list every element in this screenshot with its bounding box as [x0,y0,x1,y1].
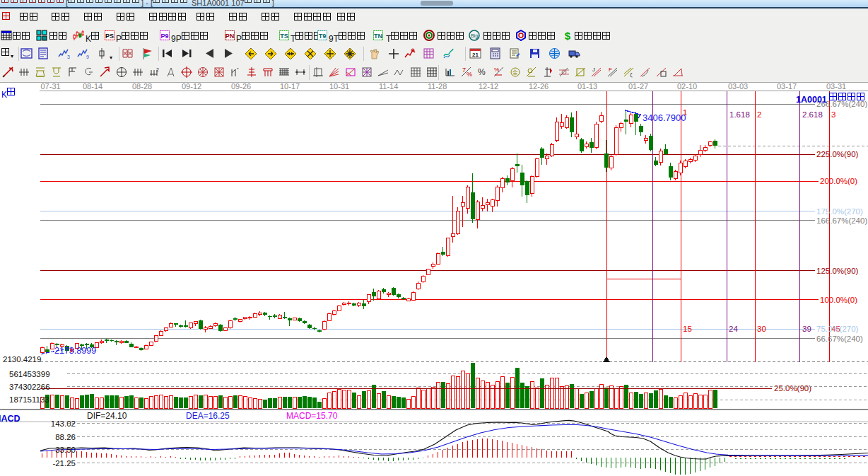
svg-text:01-27: 01-27 [628,82,648,91]
svg-text:07-31: 07-31 [41,82,61,91]
svg-text:166.67%(240): 166.67%(240) [816,216,867,225]
svg-text:3: 3 [831,110,835,119]
svg-text:225.0%(90): 225.0%(90) [816,150,859,158]
svg-text:12-26: 12-26 [529,82,549,91]
svg-text:66.67%(240): 66.67%(240) [816,335,863,343]
svg-text:MACD=15.70: MACD=15.70 [286,411,338,421]
svg-text:DIF=24.10: DIF=24.10 [87,411,127,421]
svg-text:02-10: 02-10 [677,82,697,91]
svg-text:30: 30 [757,325,766,333]
svg-text:33.50: 33.50 [55,446,76,454]
svg-text:03-31: 03-31 [826,82,846,91]
svg-text:24: 24 [729,325,738,333]
svg-text:125.0%(90): 125.0%(90) [816,267,859,275]
svg-text:08-14: 08-14 [83,82,102,91]
svg-text:DEA=16.25: DEA=16.25 [186,411,230,421]
svg-text:09-12: 09-12 [182,82,201,91]
svg-text:09-26: 09-26 [231,82,251,91]
svg-text:-21.25: -21.25 [52,459,76,468]
svg-text:11-28: 11-28 [428,82,447,91]
svg-text:75.0%(270): 75.0%(270) [816,325,859,333]
svg-text:374302266: 374302266 [9,383,50,391]
svg-text:15: 15 [683,325,692,333]
svg-text:10-17: 10-17 [280,82,300,91]
svg-text:39: 39 [802,325,811,333]
svg-text:11-14: 11-14 [379,82,398,91]
svg-text:25.0%(90): 25.0%(90) [774,384,811,393]
svg-text:1.618: 1.618 [729,110,750,119]
svg-text:01-13: 01-13 [577,82,597,91]
svg-text:200.0%(0): 200.0%(0) [820,177,857,185]
svg-text:03-17: 03-17 [777,82,797,91]
svg-text:2130.4219: 2130.4219 [3,355,41,364]
svg-text:2: 2 [757,110,761,119]
svg-text:100.0%(0): 100.0%(0) [820,296,857,304]
svg-text:187151133: 187151133 [9,395,49,404]
svg-text:08-28: 08-28 [132,82,152,91]
svg-text:143.02: 143.02 [51,419,76,428]
svg-text:2173.8999: 2173.8999 [54,346,96,356]
svg-text:561453399: 561453399 [9,370,50,378]
svg-text:03-03: 03-03 [728,82,748,91]
svg-text:175.0%(270): 175.0%(270) [816,207,863,216]
svg-text:12-12: 12-12 [479,82,498,91]
svg-text:3406.7900: 3406.7900 [643,112,686,123]
svg-text:88.26: 88.26 [55,433,76,441]
svg-text:10-31: 10-31 [329,82,349,91]
svg-text:2.618: 2.618 [802,110,823,119]
